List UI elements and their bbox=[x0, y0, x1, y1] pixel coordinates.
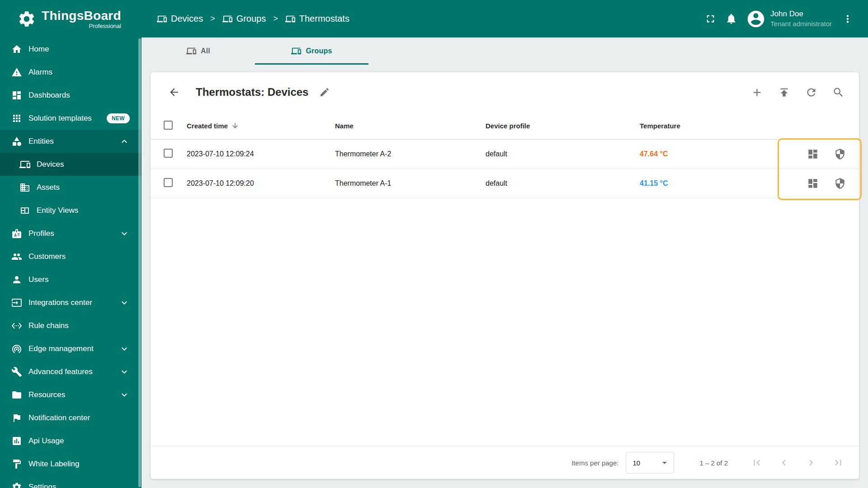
sidebar-item-advanced-features[interactable]: Advanced features bbox=[0, 360, 142, 383]
sidebar-item-dashboards[interactable]: Dashboards bbox=[0, 84, 142, 107]
sidebar-item-settings[interactable]: Settings bbox=[0, 475, 142, 488]
fullscreen-button[interactable] bbox=[700, 9, 721, 29]
column-header-name[interactable]: Name bbox=[335, 122, 486, 130]
main-content: All Groups Thermostats: Devices bbox=[142, 38, 868, 488]
arrow-back-icon bbox=[168, 86, 180, 98]
sidebar-item-profiles[interactable]: Profiles bbox=[0, 222, 142, 245]
sidebar-item-notification-center[interactable]: Notification center bbox=[0, 406, 142, 429]
cell-name: Thermometer A-2 bbox=[335, 150, 486, 158]
paint-icon bbox=[11, 459, 22, 469]
manage-dashboards-button[interactable] bbox=[803, 144, 823, 164]
fullscreen-icon bbox=[704, 13, 717, 25]
cell-temperature: 47.64 °C bbox=[640, 150, 779, 158]
refresh-icon bbox=[805, 86, 817, 99]
sidebar-item-customers[interactable]: Customers bbox=[0, 245, 142, 268]
sidebar-item-label: Customers bbox=[28, 252, 66, 261]
column-header-device-profile[interactable]: Device profile bbox=[486, 122, 640, 130]
sidebar-item-label: Alarms bbox=[28, 68, 52, 77]
sidebar-item-label: White Labeling bbox=[28, 460, 79, 469]
tab-groups[interactable]: Groups bbox=[255, 38, 368, 65]
last-page-button[interactable] bbox=[829, 454, 847, 472]
table-pagination: Items per page: 10 1 – 2 of 2 bbox=[151, 446, 859, 479]
sidebar-item-integrations-center[interactable]: Integrations center bbox=[0, 291, 142, 314]
search-button[interactable] bbox=[828, 82, 848, 102]
table-header-row: Created time Name Device profile Tempera… bbox=[151, 112, 859, 140]
notifications-bell-icon bbox=[725, 13, 737, 25]
breadcrumb: Devices > Groups > Thermostats bbox=[157, 14, 349, 24]
logo-text: ThingsBoard Professional bbox=[42, 9, 121, 29]
sidebar-item-solution-templates[interactable]: Solution templates NEW bbox=[0, 107, 142, 130]
thingsboard-logo[interactable]: ThingsBoard Professional bbox=[0, 9, 142, 29]
badge-icon bbox=[11, 228, 22, 239]
sidebar-item-api-usage[interactable]: Api Usage bbox=[0, 429, 142, 452]
sidebar-item-home[interactable]: Home bbox=[0, 38, 142, 61]
breadcrumb-item-groups[interactable]: Groups bbox=[222, 14, 266, 24]
table-row-thermometer-a1[interactable]: 2023-07-10 12:09:20 Thermometer A-1 defa… bbox=[151, 169, 859, 198]
category-icon bbox=[11, 136, 22, 147]
edit-title-button[interactable] bbox=[315, 82, 335, 102]
breadcrumb-item-devices[interactable]: Devices bbox=[157, 14, 203, 24]
cell-device-profile: default bbox=[486, 179, 640, 188]
more-menu-button[interactable] bbox=[837, 9, 858, 29]
row-checkbox[interactable] bbox=[164, 149, 173, 158]
back-button[interactable] bbox=[164, 82, 184, 102]
sidebar-item-edge-management[interactable]: Edge management bbox=[0, 337, 142, 360]
sidebar-item-label: Integrations center bbox=[28, 298, 92, 307]
sidebar-item-resources[interactable]: Resources bbox=[0, 383, 142, 406]
sidebar-item-label: Resources bbox=[28, 390, 65, 399]
sidebar-item-white-labeling[interactable]: White Labeling bbox=[0, 452, 142, 475]
sort-descending-icon bbox=[231, 122, 239, 130]
sidebar-item-users[interactable]: Users bbox=[0, 268, 142, 291]
security-button[interactable] bbox=[830, 174, 850, 193]
next-page-button[interactable] bbox=[802, 454, 820, 472]
manage-dashboards-button[interactable] bbox=[803, 174, 823, 193]
sidebar-item-entity-views[interactable]: Entity Views bbox=[0, 199, 142, 222]
input-icon bbox=[11, 297, 22, 308]
first-page-button[interactable] bbox=[748, 454, 766, 472]
import-button[interactable] bbox=[774, 82, 794, 102]
items-per-page-select[interactable]: 10 bbox=[626, 452, 674, 474]
top-header-bar: ThingsBoard Professional Devices > Group… bbox=[0, 0, 868, 38]
sidebar-item-entities[interactable]: Entities bbox=[0, 130, 142, 153]
user-name: John Doe bbox=[770, 9, 832, 19]
cell-created-time: 2023-07-10 12:09:20 bbox=[187, 179, 335, 188]
tab-all[interactable]: All bbox=[142, 38, 255, 65]
select-all-checkbox[interactable] bbox=[164, 121, 173, 130]
sidebar-item-alarms[interactable]: Alarms bbox=[0, 61, 142, 84]
app-edition: Professional bbox=[89, 23, 121, 29]
sidebar-item-label: Settings bbox=[28, 483, 56, 488]
devices-icon bbox=[222, 14, 232, 24]
dashboards-icon bbox=[11, 90, 22, 101]
cell-device-profile: default bbox=[486, 150, 640, 158]
column-header-created-time[interactable]: Created time bbox=[187, 122, 335, 130]
apps-icon bbox=[11, 113, 22, 124]
refresh-button[interactable] bbox=[801, 82, 821, 102]
sidebar-item-label: Edge management bbox=[28, 344, 94, 353]
row-checkbox[interactable] bbox=[164, 178, 173, 187]
shield-icon bbox=[834, 148, 846, 160]
pencil-icon bbox=[319, 87, 330, 98]
thingsboard-gear-logo-icon bbox=[17, 9, 36, 28]
sidebar-item-label: Dashboards bbox=[28, 91, 70, 100]
card-header: Thermostats: Devices bbox=[151, 72, 859, 112]
table-row-thermometer-a2[interactable]: 2023-07-10 12:09:24 Thermometer A-2 defa… bbox=[151, 140, 859, 169]
pagination-range-label: 1 – 2 of 2 bbox=[699, 459, 728, 467]
user-avatar[interactable] bbox=[746, 9, 766, 29]
cell-temperature: 41.15 °C bbox=[640, 179, 779, 188]
search-icon bbox=[832, 86, 844, 99]
items-per-page-label: Items per page: bbox=[571, 459, 618, 467]
sidebar-item-devices[interactable]: Devices bbox=[0, 153, 142, 176]
sidebar-item-label: Entities bbox=[28, 137, 54, 146]
add-entity-button[interactable] bbox=[747, 82, 767, 102]
previous-page-button[interactable] bbox=[775, 454, 793, 472]
sidebar-item-assets[interactable]: Assets bbox=[0, 176, 142, 199]
devices-icon bbox=[285, 14, 295, 24]
breadcrumb-item-thermostats[interactable]: Thermostats bbox=[285, 14, 349, 24]
entity-tabs: All Groups bbox=[142, 38, 868, 65]
column-header-temperature[interactable]: Temperature bbox=[640, 122, 779, 130]
user-menu[interactable]: John Doe Tenant administrator bbox=[770, 9, 832, 28]
security-button[interactable] bbox=[830, 144, 850, 164]
breadcrumb-separator: > bbox=[210, 14, 215, 23]
notifications-button[interactable] bbox=[721, 9, 741, 29]
sidebar-item-rule-chains[interactable]: Rule chains bbox=[0, 314, 142, 337]
